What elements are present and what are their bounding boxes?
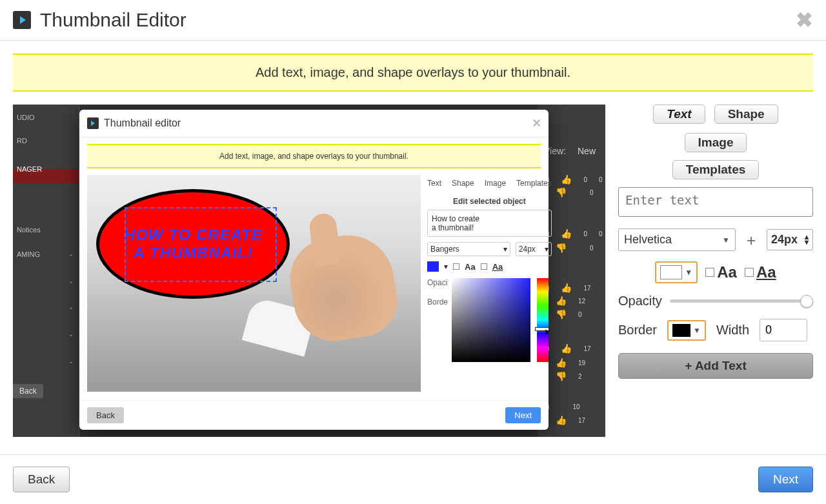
inner-banner: Add text, image, and shape overlays to y… — [87, 144, 541, 168]
next-button[interactable]: Next — [758, 467, 813, 492]
tab-templates[interactable]: Templates — [672, 160, 760, 179]
text-input[interactable] — [618, 187, 813, 217]
inner-size-select: 24px▾ — [516, 242, 552, 256]
underline-toggle[interactable]: Aa — [745, 263, 776, 281]
opacity-slider[interactable] — [670, 295, 813, 308]
selection-box — [125, 207, 277, 282]
app-logo — [13, 11, 31, 29]
tab-shape[interactable]: Shape — [714, 105, 778, 124]
tab-image[interactable]: Image — [685, 133, 747, 152]
bold-toggle[interactable]: Aa — [705, 263, 737, 281]
inner-thumbnail-canvas: HOW TO CREATE A THUMBNAIL! — [87, 175, 421, 392]
inner-text-input: How to create a thumbnail! — [427, 210, 552, 237]
text-color-picker[interactable]: ▼ — [655, 261, 698, 283]
font-size-select[interactable]: 24px ▴▾ — [767, 229, 813, 250]
inner-modal-title: Thumbnail editor — [104, 117, 181, 129]
add-font-icon[interactable]: ＋ — [743, 230, 759, 250]
modal-header: Thumbnail Editor ✖ — [0, 0, 826, 41]
chevron-down-icon: ▼ — [722, 236, 730, 245]
border-width-input[interactable] — [760, 319, 807, 341]
preview-inner-modal: Thumbnail editor × Add text, image, and … — [79, 110, 549, 430]
text-color-swatch — [660, 265, 682, 279]
tab-text[interactable]: Text — [653, 105, 705, 124]
chevron-down-icon: ▼ — [685, 268, 692, 277]
add-text-button[interactable]: + Add Text — [618, 353, 813, 379]
border-color-picker[interactable]: ▼ — [667, 320, 706, 341]
inner-close-icon: × — [532, 115, 541, 132]
border-width-label: Width — [716, 323, 749, 338]
inner-font-select: Bangers▾ — [427, 242, 510, 256]
back-button[interactable]: Back — [13, 467, 70, 492]
thumbnail-preview[interactable]: UDIO RD NAGER Notices AMING ⌄ ⌄ ⌄ ⌄ ⌄ Vi… — [13, 105, 605, 437]
border-color-swatch — [672, 324, 690, 337]
font-select[interactable]: Helvetica ▼ — [618, 228, 736, 251]
cursor-icon: ➤ — [544, 327, 549, 336]
modal-title: Thumbnail Editor — [40, 9, 186, 31]
inner-next-button: Next — [505, 407, 541, 423]
preview-bg-back-button: Back — [13, 384, 43, 398]
controls-panel: Text Shape Image Templates Helvetica ▼ ＋… — [618, 105, 813, 437]
modal-footer: Back Next — [0, 454, 826, 504]
info-banner: Add text, image, and shape overlays to y… — [13, 54, 813, 92]
slider-thumb[interactable] — [800, 295, 813, 308]
close-icon[interactable]: ✖ — [796, 8, 813, 32]
chevron-down-icon: ▼ — [693, 326, 701, 335]
font-size-value: 24px — [771, 233, 798, 247]
font-select-value: Helvetica — [624, 233, 672, 247]
border-label: Border — [618, 323, 657, 338]
inner-back-button: Back — [87, 407, 124, 423]
opacity-label: Opacity — [618, 294, 662, 308]
inner-color-picker: ➤ — [452, 278, 549, 368]
